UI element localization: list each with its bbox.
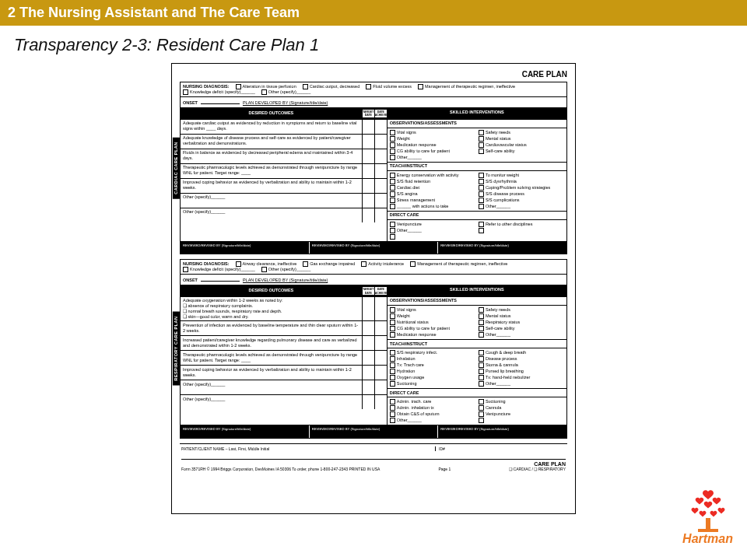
checklist-item: Hydration [390, 369, 475, 374]
patient-id-label: ID# [435, 446, 566, 451]
checklist-item: Other______ [479, 332, 564, 338]
checklist-item: Cannula [479, 405, 564, 411]
outcome-row: Increased patient/caregiver knowledge re… [181, 336, 387, 351]
checklist-item: To monitor weight [479, 173, 564, 178]
outcome-row: Other (specify)______ [181, 380, 387, 395]
page-title: Transparency 2-3: Resident Care Plan 1 [0, 26, 747, 63]
checklist-item: Mental status [479, 136, 564, 142]
checklist-item: Admin. inhalation tx [390, 405, 475, 411]
checklist-item: Nutritional status [390, 320, 475, 325]
onset-row: ONSETPLAN DEVELOPED BY (Signature/title/… [181, 97, 566, 108]
intervention-checklist: Admin. trach. careSuctioningAdmin. inhal… [388, 397, 566, 425]
checklist-item: Energy conservation with activity [390, 173, 475, 178]
logo-text: Hartman [682, 532, 733, 546]
checklist-item: Medication response [390, 142, 475, 148]
nursing-diagnosis: NURSING DIAGNOSIS: Alteration in tissue … [181, 82, 566, 97]
checklist-item: Weight [390, 136, 475, 142]
checklist-item: Weight [390, 313, 475, 319]
intervention-section-head: DIRECT CARE [388, 212, 566, 220]
reviewed-row: REVIEWED/REVISED BY (Signature/title/dat… [181, 241, 566, 254]
outcome-row: Other (specify)______ [181, 208, 387, 222]
outcome-row: Other (specify)______ [181, 194, 387, 208]
checklist-item: S/S angina [390, 191, 475, 197]
checklist-item: Other______ [390, 228, 475, 233]
checklist-item [390, 234, 475, 240]
plan-body: Adequate cardiac output as evidenced by … [181, 120, 566, 241]
checklist-item: Stress management [390, 198, 475, 203]
checklist-item: Other______ [479, 204, 564, 209]
checklist-item: Medication response [390, 332, 475, 338]
intervention-section-head: TEACH/INSTRUCT [388, 340, 566, 348]
checklist-item: CG ability to care for patient [390, 326, 475, 331]
intervention-section-head: OBSERVATIONS/ASSESSMENTS [388, 120, 566, 128]
intervention-section-head: DIRECT CARE [388, 389, 566, 397]
columns-header: DESIRED OUTCOMESTARGET DATEDATE ACHIEVED… [181, 285, 566, 297]
checklist-item: Disease process [479, 356, 564, 362]
checklist-item: S/S complications [479, 198, 564, 203]
intervention-checklist: VenipunctureRefer to other disciplinesOt… [388, 220, 566, 241]
checklist-item: Refer to other disciplines [479, 222, 564, 227]
nursing-diagnosis: NURSING DIAGNOSIS: Airway clearance, ine… [181, 260, 566, 275]
page-footer: PATIENT/CLIENT NAME – Last, First, Middl… [180, 443, 567, 474]
checklist-item: Other______ [390, 155, 475, 160]
checklist-item: Other______ [479, 381, 564, 387]
plan-body: Adequate oxygenation within 1-2 weeks as… [181, 297, 566, 425]
outcome-row: Other (specify)______ [181, 395, 387, 409]
checklist-item: Cardiac diet [390, 185, 475, 191]
checklist-item [479, 228, 564, 233]
checklist-item: CG ability to care for patient [390, 149, 475, 154]
checklist-item: Cough & deep breath [479, 350, 564, 355]
care-plan-block: RESPIRATORY CARE PLANNURSING DIAGNOSIS: … [180, 259, 567, 438]
columns-header: DESIRED OUTCOMESTARGET DATEDATE ACHIEVED… [181, 108, 566, 120]
checklist-item: Pursed lip breathing [479, 369, 564, 374]
checklist-item: Tx: hand-held nebulizer [479, 375, 564, 380]
page-number: Page 1 [438, 467, 451, 471]
checklist-item: Suctioning [479, 399, 564, 404]
checklist-item: Self-care ability [479, 149, 564, 154]
outcome-row: Adequate knowledge of disease process an… [181, 135, 387, 149]
outcome-row: Improved coping behavior as evidenced by… [181, 179, 387, 194]
outcome-row: Adequate cardiac output as evidenced by … [181, 120, 387, 135]
patient-name-label: PATIENT/CLIENT NAME – Last, First, Middl… [181, 446, 435, 451]
checklist-item: Stoma & cannula [479, 362, 564, 368]
checklist-item: Coping/Problem solving strategies [479, 185, 564, 191]
checklist-item: Other______ [390, 418, 475, 423]
checklist-item: Vital signs [390, 130, 475, 135]
checklist-item: Suctioning [390, 381, 475, 387]
intervention-checklist: Vital signsSafety needsWeightMental stat… [388, 128, 566, 163]
checklist-item: Respiratory status [479, 320, 564, 325]
checklist-item: Safety needs [479, 307, 564, 313]
onset-row: ONSETPLAN DEVELOPED BY (Signature/title/… [181, 275, 566, 285]
intervention-checklist: S/S respiratory infect.Cough & deep brea… [388, 348, 566, 389]
intervention-checklist: Vital signsSafety needsWeightMental stat… [388, 306, 566, 340]
outcome-row: Therapeutic pharmacologic levels achieve… [181, 164, 387, 179]
care-plan-block: CARDIAC CARE PLANNURSING DIAGNOSIS: Alte… [180, 82, 567, 254]
checklist-item [479, 418, 564, 423]
outcome-row: Therapeutic pharmacologic levels achieve… [181, 351, 387, 366]
form-info: Form 3571RH © 1994 Briggs Corporation, D… [181, 467, 380, 471]
checklist-item: Oxygen usage [390, 375, 475, 380]
outcome-row: Improved coping behavior as evidenced by… [181, 366, 387, 380]
intervention-section-head: TEACH/INSTRUCT [388, 163, 566, 171]
checklist-item: S/S respiratory infect. [390, 350, 475, 355]
checklist-item: Tx: Trach care [390, 362, 475, 368]
checklist-item: Admin. trach. care [390, 399, 475, 404]
care-plan-heading: CARE PLAN [180, 70, 567, 79]
outcome-row: Fluids in balance as evidenced by decrea… [181, 149, 387, 164]
checklist-item: Obtain C&S of sputum [390, 411, 475, 417]
checklist-item: S/S dysrhythmia [479, 179, 564, 184]
care-plan-page: CARE PLAN CARDIAC CARE PLANNURSING DIAGN… [171, 63, 576, 514]
checklist-item: Venipuncture [479, 411, 564, 417]
intervention-section-head: OBSERVATIONS/ASSESSMENTS [388, 297, 566, 306]
checklist-item: S/S disease process [479, 191, 564, 197]
plan-side-label: CARDIAC CARE PLAN [173, 137, 180, 198]
checklist-item: Inhalation [390, 356, 475, 362]
checklist-item: S/S fluid retention [390, 179, 475, 184]
reviewed-row: REVIEWED/REVISED BY (Signature/title/dat… [181, 425, 566, 437]
svg-rect-0 [706, 518, 710, 529]
checklist-item: Mental status [479, 313, 564, 319]
footer-plan-type: ❑ CARDIAC / ❑ RESPIRATORY [509, 467, 566, 471]
chapter-header: 2 The Nursing Assistant and The Care Tea… [0, 0, 747, 26]
checklist-item: Vital signs [390, 307, 475, 313]
intervention-checklist: Energy conservation with activityTo moni… [388, 171, 566, 212]
